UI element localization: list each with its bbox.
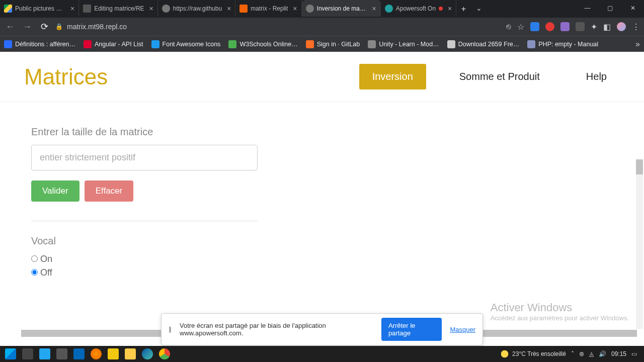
valider-button[interactable]: Valider	[31, 180, 79, 202]
globe-icon	[83, 5, 91, 13]
bookmark-3[interactable]: W3Schools Online…	[228, 40, 297, 48]
bookmark-0[interactable]: Définitions : afféren…	[4, 40, 75, 48]
nav-links: Inversion Somme et Produit Help	[359, 64, 620, 89]
notifications-icon[interactable]: ▭	[631, 350, 637, 357]
sun-icon	[500, 349, 509, 358]
ext-icon-1[interactable]	[530, 22, 539, 31]
taskbar-app-vscode[interactable]	[36, 347, 53, 361]
tab-2[interactable]: https://raw.githubu ×	[158, 0, 236, 17]
tab-search-controls: ⌄	[470, 0, 488, 16]
pause-icon[interactable]: ∥	[169, 326, 172, 333]
recording-icon	[439, 7, 443, 11]
tab-search-icon[interactable]: ⌄	[470, 4, 488, 12]
bookmark-icon	[527, 40, 535, 48]
taskbar-app-mail[interactable]	[70, 347, 88, 361]
taskbar-app-powerbi[interactable]	[105, 347, 122, 361]
bookmarks-bar: Définitions : afféren… Angular - API Lis…	[0, 36, 644, 52]
bookmark-2[interactable]: Font Awesome Icons	[151, 40, 221, 48]
profile-avatar[interactable]	[617, 22, 626, 31]
bookmark-5[interactable]: Unity - Learn - Mod…	[368, 40, 439, 48]
effacer-button[interactable]: Effacer	[85, 180, 134, 202]
vocal-off-radio[interactable]	[31, 269, 38, 276]
volume-icon[interactable]: 🔊	[599, 350, 606, 357]
taskbar-app-store[interactable]	[53, 347, 70, 361]
nav-inversion[interactable]: Inversion	[359, 64, 426, 89]
vocal-title: Vocal	[31, 235, 613, 247]
share-icon[interactable]: ⎋	[506, 22, 511, 31]
tab-3[interactable]: matrix - Replit ×	[235, 0, 301, 17]
matrix-size-label: Entrer la taille de la matrice	[31, 126, 613, 138]
nav-somme-produit[interactable]: Somme et Produit	[446, 64, 553, 89]
taskbar-app-edge[interactable]	[139, 347, 156, 361]
sidepanel-icon[interactable]: ◧	[603, 22, 611, 32]
page-viewport: Matrices Inversion Somme et Produit Help…	[0, 52, 644, 346]
bookmark-icon	[447, 40, 455, 48]
new-tab-button[interactable]: +	[456, 0, 470, 18]
drive-icon	[4, 5, 12, 13]
taskbar-app-chrome[interactable]	[156, 347, 173, 361]
inner-vscrollbar[interactable]	[636, 159, 643, 329]
star-icon[interactable]: ☆	[517, 22, 524, 32]
matrix-size-input[interactable]	[31, 145, 258, 170]
taskbar-app-explorer[interactable]	[122, 347, 139, 361]
url-field[interactable]: 🔒 matrix.mt98.repl.co	[55, 23, 501, 31]
bookmark-7[interactable]: PHP: empty - Manual	[527, 40, 598, 48]
window-controls: ― ▢ ✕	[576, 0, 644, 16]
tray-chevron-icon[interactable]: ˄	[571, 350, 574, 357]
nav-help[interactable]: Help	[573, 64, 620, 89]
close-icon[interactable]: ×	[70, 5, 74, 13]
replit-icon	[239, 5, 248, 13]
bookmark-4[interactable]: Sign in · GitLab	[306, 40, 360, 48]
maximize-button[interactable]: ▢	[599, 0, 621, 16]
browser-tabs: Public pictures doc × Editing matrice/RE…	[0, 0, 470, 18]
tab-0[interactable]: Public pictures doc ×	[0, 0, 79, 17]
tab-4-active[interactable]: Inversion de matric ×	[302, 0, 381, 17]
weather-widget[interactable]: 23°C Très ensoleillé	[500, 349, 566, 358]
clock[interactable]: 09:15	[611, 350, 626, 357]
toolbar-right: ⎋ ☆ ✦ ◧ ⋮	[506, 22, 640, 32]
apowersoft-icon	[385, 5, 393, 13]
bookmark-icon	[306, 40, 314, 48]
screen-share-bar: ∥ Votre écran est partagé par le biais d…	[161, 313, 483, 345]
stop-share-button[interactable]: Arrêter le partage	[381, 318, 442, 341]
vocal-on-option[interactable]: On	[31, 254, 52, 264]
windows-taskbar: 23°C Très ensoleillé ˄ ⊚ ◬ 🔊 09:15 ▭	[0, 346, 644, 362]
tab-title: Inversion de matric	[317, 5, 367, 12]
tab-5[interactable]: Apowersoft On ×	[381, 0, 457, 17]
menu-icon[interactable]: ⋮	[632, 22, 640, 32]
taskbar-app-firefox[interactable]	[88, 347, 105, 361]
ext-icon-4[interactable]	[576, 22, 585, 31]
start-button[interactable]	[2, 347, 19, 361]
bookmark-6[interactable]: Download 2659 Fre…	[447, 40, 520, 48]
forward-button[interactable]: →	[21, 22, 33, 32]
network-icon[interactable]: ◬	[589, 350, 594, 357]
close-icon[interactable]: ×	[372, 5, 376, 13]
tab-title: Apowersoft On	[396, 5, 436, 12]
globe-icon	[162, 5, 170, 13]
reload-button[interactable]: ⟳	[38, 21, 50, 32]
ext-icon-2[interactable]	[545, 22, 554, 31]
close-icon[interactable]: ×	[293, 5, 297, 13]
task-view-button[interactable]	[19, 347, 36, 361]
close-window-button[interactable]: ✕	[621, 0, 644, 16]
tab-1[interactable]: Editing matrice/RE ×	[79, 0, 158, 17]
extensions-icon[interactable]: ✦	[591, 22, 597, 32]
vocal-on-radio[interactable]	[31, 255, 38, 262]
close-icon[interactable]: ×	[149, 5, 153, 13]
ext-icon-3[interactable]	[560, 22, 570, 31]
bookmarks-overflow[interactable]: »	[635, 40, 640, 49]
wifi-icon[interactable]: ⊚	[579, 350, 584, 357]
address-bar: ← → ⟳ 🔒 matrix.mt98.repl.co ⎋ ☆ ✦ ◧ ⋮	[0, 18, 644, 36]
tab-title: matrix - Replit	[251, 5, 288, 12]
globe-icon	[306, 5, 314, 13]
bookmark-icon	[151, 40, 159, 48]
hide-share-button[interactable]: Masquer	[450, 326, 475, 333]
vocal-off-option[interactable]: Off	[31, 267, 52, 278]
bookmark-1[interactable]: Angular - API List	[84, 40, 143, 48]
back-button[interactable]: ←	[4, 22, 16, 32]
close-icon[interactable]: ×	[448, 5, 452, 13]
scroll-thumb[interactable]	[636, 159, 643, 174]
close-icon[interactable]: ×	[227, 5, 231, 13]
minimize-button[interactable]: ―	[576, 0, 599, 16]
url-text: matrix.mt98.repl.co	[67, 23, 127, 31]
